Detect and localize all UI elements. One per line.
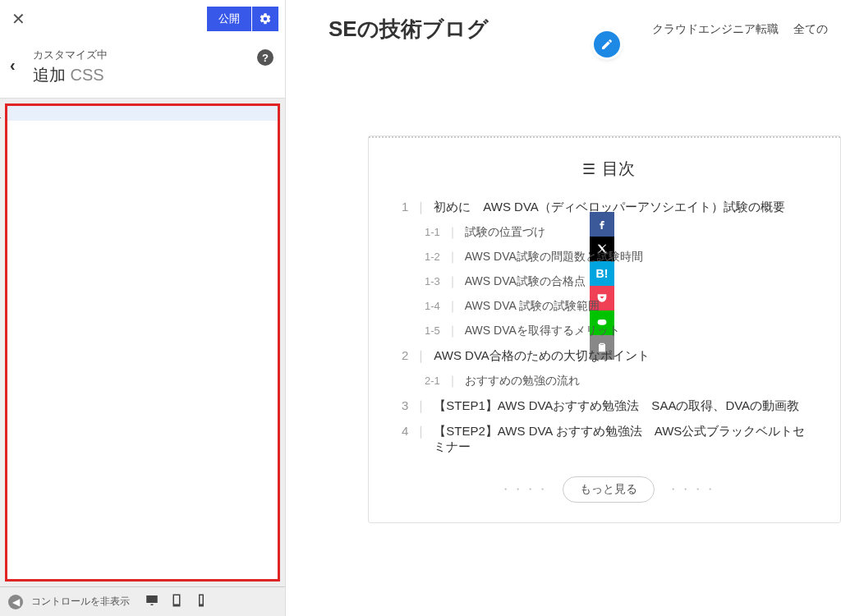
toc-item[interactable]: 1｜初めに AWS DVA（ディベロッパーアソシエイト）試験の概要 [402, 195, 816, 220]
publish-button[interactable]: 公開 [207, 7, 251, 31]
show-more-button[interactable]: もっと見る [563, 476, 655, 503]
mobile-icon[interactable] [194, 593, 209, 610]
editor-active-line [7, 106, 278, 121]
gear-icon[interactable] [252, 7, 278, 31]
dots-icon: ・・・・ [500, 482, 549, 497]
preview-pane: SEの技術ブログ クラウドエンジニア転職 全ての B! ☰目次 1｜初めに AW… [286, 0, 841, 616]
primary-nav: クラウドエンジニア転職 全ての [652, 22, 828, 37]
toc-item[interactable]: 1-3｜AWS DVA試験の合格点 [402, 269, 816, 294]
nav-item[interactable]: クラウドエンジニア転職 [652, 22, 779, 37]
toc-item[interactable]: 2｜AWS DVA合格のための大切なポイント [402, 343, 816, 369]
toc-item[interactable]: 4｜【STEP2】AWS DVA おすすめ勉強法 AWS公式ブラックベルトセミナ… [402, 419, 816, 460]
nav-item[interactable]: 全ての [793, 22, 828, 37]
customizer-sidebar: ✕ 公開 ‹ カスタマイズ中 追加 CSS ? 1 ◀ コントロールを非表示 [0, 0, 286, 616]
toc-item[interactable]: 2-1｜おすすめの勉強の流れ [402, 369, 816, 393]
site-title[interactable]: SEの技術ブログ [329, 15, 489, 44]
preview-header: SEの技術ブログ クラウドエンジニア転職 全ての [286, 0, 841, 53]
line-number: 1 [0, 109, 2, 121]
dots-icon: ・・・・ [668, 482, 717, 497]
collapse-icon[interactable]: ◀ [8, 595, 23, 609]
toc-item[interactable]: 1-2｜AWS DVA試験の問題数と試験時間 [402, 245, 816, 269]
close-icon[interactable]: ✕ [11, 9, 25, 29]
chevron-left-icon[interactable]: ‹ [10, 56, 16, 75]
css-editor[interactable]: 1 [5, 103, 280, 582]
toc-heading: ☰目次 [402, 158, 816, 180]
list-icon: ☰ [582, 161, 595, 177]
table-of-contents: ☰目次 1｜初めに AWS DVA（ディベロッパーアソシエイト）試験の概要1-1… [368, 136, 841, 523]
footer-label[interactable]: コントロールを非表示 [31, 595, 130, 609]
toc-item[interactable]: 1-5｜AWS DVAを取得するメリット [402, 319, 816, 343]
tablet-icon[interactable] [169, 593, 184, 610]
edit-shortcut-icon[interactable] [594, 31, 620, 57]
section-title: 追加 CSS [33, 64, 272, 86]
crumb-label: カスタマイズ中 [33, 48, 272, 62]
toc-item[interactable]: 1-4｜AWS DVA 試験の試験範囲 [402, 294, 816, 319]
toc-item[interactable]: 3｜【STEP1】AWS DVAおすすめ勉強法 SAAの取得、DVAの動画教 [402, 393, 816, 419]
toc-item[interactable]: 1-1｜試験の位置づけ [402, 220, 816, 245]
sidebar-footer: ◀ コントロールを非表示 [0, 586, 285, 616]
section-header: ‹ カスタマイズ中 追加 CSS ? [0, 38, 285, 99]
sidebar-topbar: ✕ 公開 [0, 0, 285, 38]
desktop-icon[interactable] [145, 593, 159, 610]
help-icon[interactable]: ? [257, 49, 273, 66]
